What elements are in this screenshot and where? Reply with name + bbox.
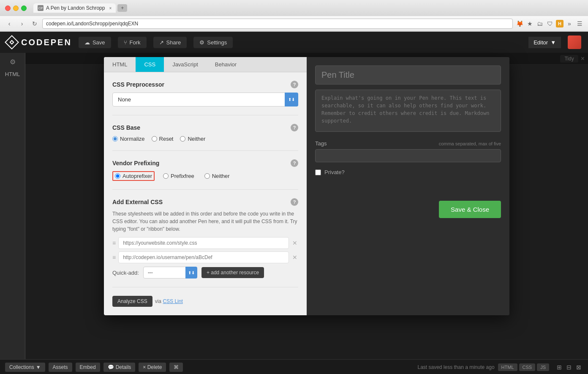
- resource-input-1[interactable]: [118, 237, 289, 249]
- add-resource-button[interactable]: + add another resource: [201, 267, 264, 278]
- share-icon: ↗: [159, 39, 164, 46]
- private-checkbox[interactable]: [315, 169, 321, 175]
- active-tab[interactable]: CP A Pen by Landon Schropp ×: [33, 3, 116, 13]
- pen-description-input[interactable]: [315, 90, 501, 132]
- pen-title-input[interactable]: [315, 66, 501, 85]
- css-base-header: CSS Base ?: [112, 124, 298, 131]
- css-base-neither-radio[interactable]: [180, 136, 185, 142]
- css-base-normalize[interactable]: Normalize: [112, 136, 145, 142]
- logo-text: CODEPEN: [21, 38, 72, 47]
- tab-behavior[interactable]: Behavior: [207, 57, 245, 72]
- tab-close-button[interactable]: ×: [109, 6, 112, 11]
- save-close-button[interactable]: Save & Close: [439, 201, 501, 218]
- save-status: Last saved less than a minute ago: [417, 364, 494, 370]
- share-button[interactable]: ↗ Share: [153, 37, 187, 48]
- external-css-title: Add External CSS: [112, 199, 163, 205]
- prefixfree-option[interactable]: Prefixfree: [161, 172, 196, 180]
- html-lang-button[interactable]: HTML: [498, 363, 517, 371]
- css-lang-button[interactable]: CSS: [519, 363, 536, 371]
- html-settings-icon[interactable]: ⚙: [8, 56, 17, 68]
- minimize-window-button[interactable]: [13, 5, 19, 11]
- maximize-window-button[interactable]: [21, 5, 27, 11]
- css-preprocessor-section: CSS Preprocessor ? None Less Sass Stylus: [112, 81, 298, 115]
- drag-handle-2[interactable]: ≡: [112, 254, 116, 261]
- fork-button[interactable]: ⑂ Fork: [118, 37, 147, 48]
- settings-modal-overlay: HTML CSS JavaScript Behavior CSS Preproc…: [25, 53, 588, 359]
- drag-handle-1[interactable]: ≡: [112, 240, 116, 246]
- close-window-button[interactable]: [5, 5, 11, 11]
- tab-javascript[interactable]: JavaScript: [164, 57, 207, 72]
- codepen-header: CODEPEN ☁ Save ⑂ Fork ↗ Share ⚙ Settings…: [0, 32, 588, 53]
- tab-title: A Pen by Landon Schropp: [46, 5, 105, 11]
- external-css-description: These stylesheets will be added in this …: [112, 210, 298, 233]
- resource-remove-1[interactable]: ✕: [291, 239, 298, 247]
- modal-body: CSS Preprocessor ? None Less Sass Stylus: [104, 72, 307, 315]
- assets-button[interactable]: Assets: [49, 363, 72, 372]
- settings-button[interactable]: ⚙ Settings: [193, 37, 233, 48]
- collections-chevron-icon: ▼: [36, 364, 41, 370]
- extension-icon-2[interactable]: 🛡: [546, 19, 554, 28]
- view-layout-1[interactable]: ⊞: [555, 363, 564, 371]
- prefixfree-radio[interactable]: [163, 173, 169, 179]
- css-base-options: Normalize Reset Neither: [112, 136, 298, 142]
- collections-button[interactable]: Collections ▼: [5, 363, 45, 372]
- private-label: Private?: [324, 169, 345, 175]
- external-css-help[interactable]: ?: [291, 198, 298, 206]
- css-base-reset[interactable]: Reset: [152, 136, 174, 142]
- menu-button[interactable]: ☰: [575, 19, 584, 28]
- chevron-down-icon: ▼: [550, 39, 556, 46]
- tab-html[interactable]: HTML: [104, 57, 136, 72]
- css-base-normalize-radio[interactable]: [112, 136, 118, 142]
- css-preprocessor-select[interactable]: None Less Sass Stylus: [112, 93, 298, 106]
- css-preprocessor-help[interactable]: ?: [291, 81, 298, 88]
- browser-titlebar: CP A Pen by Landon Schropp × +: [0, 0, 588, 16]
- bookmark-icon[interactable]: ★: [525, 19, 534, 28]
- css-base-help[interactable]: ?: [291, 124, 298, 131]
- vendor-prefixing-help[interactable]: ?: [291, 159, 298, 167]
- tab-css[interactable]: CSS: [136, 57, 164, 72]
- resource-remove-2[interactable]: ✕: [291, 253, 298, 262]
- vendor-neither-radio[interactable]: [204, 173, 210, 179]
- extension-icon-1[interactable]: 🦊: [515, 19, 524, 28]
- css-lint-link[interactable]: CSS Lint: [163, 298, 182, 304]
- vendor-neither-option[interactable]: Neither: [203, 172, 231, 180]
- new-tab-button[interactable]: +: [117, 4, 127, 12]
- forward-button[interactable]: ›: [17, 19, 27, 29]
- details-button[interactable]: 💬 Details: [103, 363, 136, 372]
- analyze-css-button[interactable]: Analyze CSS: [112, 296, 152, 307]
- css-base-reset-radio[interactable]: [152, 136, 157, 142]
- delete-button[interactable]: × Delete: [139, 363, 166, 372]
- browser-actions: 🦊 ★ 🗂 🛡 H » ☰: [515, 19, 584, 28]
- embed-button[interactable]: Embed: [76, 363, 100, 372]
- view-layout-3[interactable]: ⊠: [574, 363, 583, 371]
- resource-row-1: ≡ ✕: [112, 237, 298, 249]
- pocket-icon[interactable]: 🗂: [536, 19, 544, 28]
- modal-left-section: HTML CSS JavaScript Behavior CSS Preproc…: [104, 57, 307, 315]
- analyze-row: Analyze CSS via CSS Lint: [112, 296, 298, 307]
- user-avatar[interactable]: [568, 35, 581, 49]
- save-button[interactable]: ☁ Save: [79, 37, 111, 48]
- view-buttons: ⊞ ⊟ ⊠: [555, 363, 583, 371]
- tags-hint: comma separated, max of five: [439, 141, 501, 146]
- tags-input[interactable]: [315, 149, 501, 162]
- autoprefixer-option[interactable]: Autoprefixer: [112, 171, 155, 181]
- extension-icon-3[interactable]: H: [556, 20, 564, 27]
- cmd-button[interactable]: ⌘: [169, 363, 183, 372]
- refresh-button[interactable]: ↻: [30, 19, 40, 29]
- css-preprocessor-select-wrapper: None Less Sass Stylus ⬆⬇: [112, 93, 298, 106]
- quick-add-select[interactable]: --- Bootstrap Font Awesome Normalize: [143, 267, 197, 278]
- view-layout-2[interactable]: ⊟: [565, 363, 573, 371]
- address-bar[interactable]: [42, 19, 513, 29]
- autoprefixer-radio[interactable]: [115, 173, 120, 179]
- resource-input-2[interactable]: [118, 251, 289, 263]
- editor-selector[interactable]: Editor ▼: [528, 37, 561, 48]
- css-preprocessor-title: CSS Preprocessor: [112, 81, 164, 88]
- back-button[interactable]: ‹: [4, 19, 14, 29]
- js-lang-button[interactable]: JS: [537, 363, 549, 371]
- comment-icon: 💬: [108, 364, 114, 370]
- external-css-section: Add External CSS ? These stylesheets wil…: [112, 198, 298, 287]
- more-button[interactable]: »: [565, 19, 574, 28]
- css-base-neither[interactable]: Neither: [180, 136, 205, 142]
- css-preprocessor-header: CSS Preprocessor ?: [112, 81, 298, 88]
- traffic-lights: [5, 5, 27, 11]
